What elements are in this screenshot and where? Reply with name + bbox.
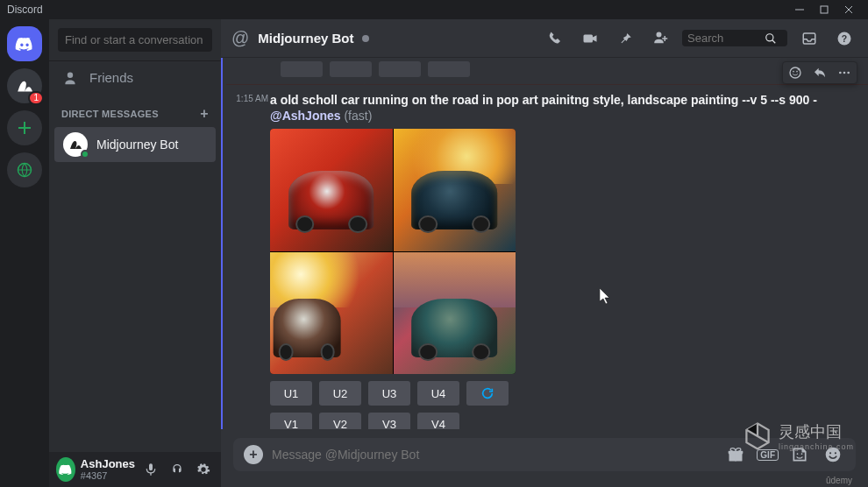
settings-gear-icon[interactable] (193, 459, 214, 480)
dm-sidebar: Friends DIRECT MESSAGES + Midjourney Bot… (49, 19, 221, 487)
user-panel: AshJones #4367 (49, 452, 221, 487)
u2-button[interactable]: U2 (319, 381, 361, 406)
v3-button[interactable]: V3 (368, 413, 410, 429)
message-composer: 灵感中国 lingganchina.com + GIF ûdemy (221, 429, 868, 487)
svg-point-12 (847, 72, 850, 74)
svg-point-19 (835, 452, 836, 454)
self-username: AshJones (81, 458, 135, 470)
image-variant-2 (394, 129, 516, 251)
svg-point-16 (801, 453, 803, 455)
self-avatar[interactable] (56, 457, 75, 482)
gift-icon[interactable] (723, 446, 748, 463)
old-button[interactable] (281, 61, 323, 77)
deafen-icon[interactable] (167, 459, 188, 480)
old-button[interactable] (428, 61, 470, 77)
reply-icon[interactable] (808, 62, 832, 83)
variation-row: V1 V2 V3 V4 (270, 413, 857, 429)
u4-button[interactable]: U4 (417, 381, 459, 406)
svg-point-15 (797, 453, 799, 455)
message-list: 1:15 AM a old scholl car running on the … (221, 58, 868, 429)
v2-button[interactable]: V2 (319, 413, 361, 429)
generated-image-grid[interactable] (270, 129, 516, 374)
inbox-icon[interactable] (796, 27, 822, 50)
window-maximize-icon[interactable] (812, 0, 836, 19)
add-server-icon[interactable] (7, 110, 42, 145)
image-variant-1 (270, 129, 393, 251)
add-friend-icon[interactable] (647, 27, 673, 50)
video-call-icon[interactable] (577, 27, 603, 50)
old-button[interactable] (379, 61, 421, 77)
status-offline-icon (362, 35, 369, 42)
server-midjourney[interactable]: 1 (7, 68, 42, 103)
titlebar: Discord (0, 0, 868, 19)
reroll-button[interactable] (466, 381, 509, 406)
svg-point-10 (839, 72, 842, 74)
image-variant-3 (270, 252, 393, 375)
search-icon (765, 32, 777, 45)
search-input[interactable] (687, 32, 765, 45)
prompt-text: a old scholl car running on the road in … (270, 92, 857, 124)
image-variant-4 (394, 252, 516, 375)
pin-icon[interactable] (612, 27, 638, 50)
u1-button[interactable]: U1 (270, 381, 312, 406)
mute-mic-icon[interactable] (140, 459, 161, 480)
v4-button[interactable]: V4 (417, 413, 459, 429)
attach-icon[interactable]: + (244, 445, 263, 464)
app-name: Discord (7, 4, 43, 16)
svg-point-9 (796, 71, 798, 73)
voice-call-icon[interactable] (542, 27, 568, 50)
gif-icon[interactable]: GIF (757, 449, 779, 461)
footer-brand: ûdemy (826, 476, 852, 485)
timestamp: 1:15 AM (230, 94, 268, 103)
search-box[interactable] (682, 30, 787, 46)
v1-button[interactable]: V1 (270, 413, 312, 429)
window-close-icon[interactable] (836, 0, 861, 19)
svg-point-18 (829, 452, 831, 454)
friends-label: Friends (89, 70, 133, 85)
dm-item-name: Midjourney Bot (96, 138, 178, 152)
sticker-icon[interactable] (787, 446, 812, 463)
self-tag: #4367 (81, 470, 135, 481)
friends-tab[interactable]: Friends (49, 61, 221, 94)
find-conversation-input[interactable] (58, 28, 212, 52)
more-icon[interactable] (832, 62, 857, 83)
svg-point-11 (843, 72, 846, 74)
user-mention[interactable]: @AshJones (270, 109, 341, 123)
server-list: 1 (0, 19, 49, 487)
channel-title: Midjourney Bot (258, 31, 353, 46)
u3-button[interactable]: U3 (368, 381, 410, 406)
react-icon[interactable] (783, 62, 808, 83)
svg-point-17 (826, 448, 841, 462)
svg-rect-2 (584, 34, 594, 42)
help-icon[interactable]: ? (831, 27, 857, 50)
create-dm-icon[interactable]: + (200, 106, 209, 122)
message-hover-actions (782, 61, 857, 84)
window-minimize-icon[interactable] (787, 0, 812, 19)
explore-servers-icon[interactable] (7, 152, 42, 187)
avatar (63, 132, 88, 157)
message-input[interactable] (272, 448, 715, 462)
channel-header: @ Midjourney Bot ? (221, 19, 868, 58)
svg-point-3 (766, 33, 773, 40)
svg-text:?: ? (842, 32, 847, 43)
main-chat: @ Midjourney Bot ? (221, 19, 868, 487)
svg-point-8 (793, 71, 794, 73)
notification-badge: 1 (28, 91, 44, 105)
upscale-row: U1 U2 U3 U4 (270, 381, 857, 406)
at-icon: @ (231, 28, 249, 48)
emoji-icon[interactable] (821, 446, 845, 463)
svg-rect-0 (821, 6, 828, 13)
status-online-icon (81, 150, 89, 159)
old-button[interactable] (330, 61, 372, 77)
previous-message-buttons (226, 61, 868, 85)
dm-item-midjourney[interactable]: Midjourney Bot (54, 127, 216, 162)
dm-header: DIRECT MESSAGES + (49, 94, 221, 125)
message: 1:15 AM a old scholl car running on the … (226, 90, 868, 429)
discord-home-icon[interactable] (7, 26, 42, 61)
